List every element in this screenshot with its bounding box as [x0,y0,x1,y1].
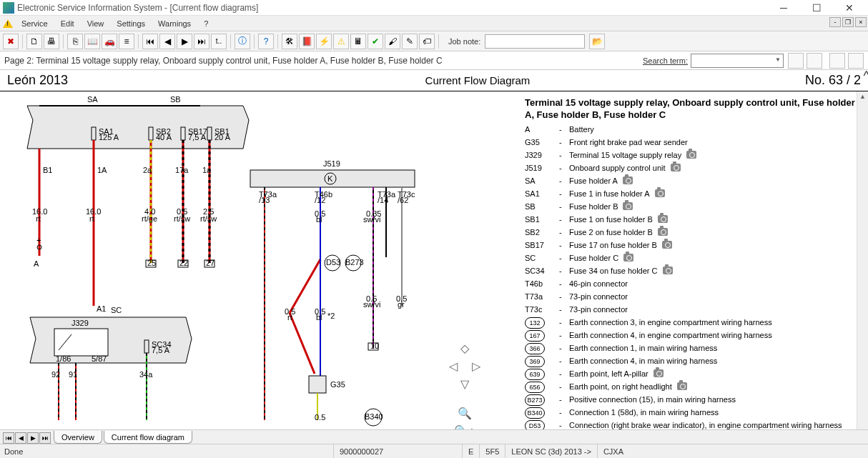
calc-icon[interactable]: 🖩 [350,34,366,49]
book-icon[interactable]: 📖 [84,34,100,49]
camera-icon[interactable] [623,176,633,184]
tools-icon[interactable]: 🛠 [282,34,297,49]
scroll-up-icon[interactable]: ^ [864,70,868,84]
mdi-minimize[interactable]: - [829,17,841,27]
green-icon[interactable]: ✔ [368,34,383,49]
nav-back-icon[interactable] [829,53,845,69]
legend-code: B340 [525,406,559,419]
jobnote-open-icon[interactable]: 📂 [589,34,605,49]
zoom-in2-icon[interactable]: 🔍+ [454,424,475,429]
legend-row: 366-Earth connection 1, in main wiring h… [525,342,861,354]
nav-fwd-icon[interactable] [848,53,864,69]
close-button[interactable]: ✕ [834,1,865,15]
menu-service[interactable]: Service [16,18,54,29]
tab-scroll-prev[interactable]: ◀ [15,432,26,444]
book2-icon[interactable]: 📕 [299,34,315,49]
svg-text:A1: A1 [97,304,106,313]
last-page-icon[interactable]: ⏭ [194,34,209,49]
tab-current-flow[interactable]: Current flow diagram [104,431,192,444]
camera-icon[interactable] [677,382,687,390]
diagram-area[interactable]: SA SB SA1 125 A SB2 40 A SB17 7,5 A SB1 … [0,70,525,429]
print-icon[interactable]: 🖶 [44,34,59,49]
menu-view[interactable]: View [82,18,110,29]
oval-icon: 167 [525,330,545,342]
camera-icon[interactable] [623,202,633,210]
next-page-icon[interactable]: ▶ [177,34,192,49]
mdi-close[interactable]: × [855,17,867,27]
maximize-button[interactable]: ☐ [801,1,832,15]
menu-settings[interactable]: Settings [111,18,151,29]
pan-up-icon[interactable]: ◇ [460,342,469,355]
copy-icon[interactable]: ⎘ [67,34,83,49]
tab-overview[interactable]: Overview [54,431,102,444]
svg-text:91: 91 [69,370,77,379]
camera-icon[interactable] [671,164,681,171]
legend-code: SA [525,174,559,187]
pan-right-icon[interactable]: ▷ [472,359,480,373]
circuit-icon[interactable]: ⚡ [316,34,332,49]
help-icon[interactable]: ? [258,34,274,49]
prev-page-icon[interactable]: ◀ [159,34,175,49]
menu-help[interactable]: ? [198,18,214,29]
delete-icon[interactable]: ✖ [3,34,19,49]
legend-dash: - [559,200,569,213]
legend-code: J519 [525,161,559,174]
legend-dash: - [559,226,569,239]
search-combo[interactable] [691,54,784,68]
pan-down-icon[interactable]: ▽ [460,377,469,391]
minimize-button[interactable]: ─ [768,1,799,15]
car-icon[interactable]: 🚗 [102,34,117,49]
svg-text:rt: rt [36,214,41,223]
legend-desc: Connection (right brake wear indicator),… [569,419,861,429]
status-done: Done [4,447,333,456]
tab-scroll-next[interactable]: ▶ [27,432,39,444]
jobnote-label: Job note: [448,37,480,46]
svg-text:/13: /13 [259,196,270,204]
list-icon[interactable]: ≡ [119,34,134,49]
camera-icon[interactable] [654,369,664,377]
legend-code: T73c [525,303,559,316]
pan-left-icon[interactable]: ◁ [449,359,458,373]
camera-icon[interactable] [658,228,668,236]
legend-code: 132 [525,316,559,329]
edit-icon[interactable]: ✎ [402,34,418,49]
jobnote-input[interactable] [485,34,585,49]
legend-dash: - [559,406,569,419]
camera-icon[interactable] [655,189,665,197]
legend-desc: Front right brake pad wear sender [569,136,861,149]
camera-icon[interactable] [663,267,673,274]
mdi-controls: - ❐ × [829,17,867,27]
menu-edit[interactable]: Edit [55,18,80,29]
svg-text:27: 27 [206,259,214,267]
menu-warnings[interactable]: Warnings [152,18,197,29]
legend-dash: - [559,174,569,187]
legend-panel: Terminal 15 voltage supply relay, Onboar… [525,91,868,429]
legend-dash: - [559,264,569,277]
new-doc-icon[interactable]: 🗋 [26,34,42,49]
info-icon[interactable]: ⓘ [235,34,250,49]
legend-row: B340-Connection 1 (58d), in main wiring … [525,406,861,419]
svg-text:bl: bl [316,313,322,322]
camera-icon[interactable] [623,254,633,262]
tab-scroll-last[interactable]: ⏭ [39,432,51,444]
search-prev-icon[interactable] [788,53,804,69]
legend-dash: - [559,252,569,264]
label-icon[interactable]: 🏷 [419,34,435,49]
search-next-icon[interactable] [807,53,822,69]
camera-icon[interactable] [662,241,672,249]
mdi-restore[interactable]: ❐ [842,17,854,27]
vertical-scrollbar[interactable] [857,91,868,429]
camera-icon[interactable] [686,151,696,159]
warn-icon[interactable]: ⚠ [333,34,349,49]
first-page-icon[interactable]: ⏮ [142,34,158,49]
svg-text:/62: /62 [398,196,408,204]
page-input[interactable]: t.. [211,34,227,49]
legend-row: 656-Earth point, on right headlight [525,380,861,393]
zoom-in-icon[interactable]: 🔍 [458,407,472,420]
svg-text:20 A: 20 A [214,133,231,141]
paint-icon[interactable]: 🖌 [385,34,400,49]
svg-text:B1: B1 [43,166,52,174]
tab-scroll-first[interactable]: ⏮ [3,432,14,444]
camera-icon[interactable] [658,215,668,223]
oval-icon: 132 [525,317,545,329]
